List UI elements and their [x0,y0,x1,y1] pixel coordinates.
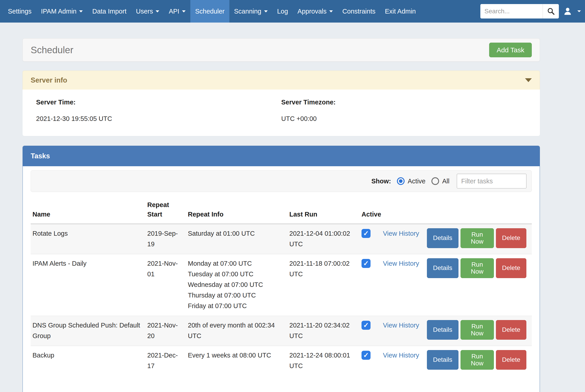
page-title: Scheduler [31,45,73,56]
delete-button[interactable]: Delete [496,350,526,370]
view-history-link[interactable]: View History [383,260,419,267]
chevron-down-icon [182,10,186,12]
filter-tasks-input[interactable] [457,174,527,188]
active-checkbox[interactable]: ✓ [362,259,371,268]
column-header-name: Name [31,198,147,224]
delete-button[interactable]: Delete [496,258,526,278]
nav-item-label: Scanning [234,8,261,15]
run-now-button[interactable]: Run Now [461,350,494,370]
delete-button[interactable]: Delete [496,228,526,248]
task-active-cell: ✓ [362,224,383,254]
repeat-info-line: Tuesday at 07:00 UTC [188,269,284,280]
task-actions-cell: DetailsRun NowDelete [427,254,532,316]
check-icon: ✓ [363,230,369,237]
column-header-actions [427,198,532,224]
table-row: IPAM Alerts - Daily2021-Nov-01Monday at … [31,254,532,316]
task-active-cell: ✓ [362,316,383,346]
chevron-down-icon[interactable] [525,78,532,82]
tasks-table: NameRepeat StartRepeat InfoLast RunActiv… [31,198,532,376]
task-actions: DetailsRun NowDelete [427,228,526,248]
repeat-info-line: Every 1 weeks at 08:00 UTC [188,350,284,361]
nav-item-label: Users [136,8,153,15]
repeat-info-line: Monday at 07:00 UTC [188,258,284,269]
task-last-run: 2021-11-20 02:34:02 UTC [289,316,362,346]
add-task-button[interactable]: Add Task [489,43,532,57]
nav-item-scanning[interactable]: Scanning [229,0,272,22]
search-button[interactable] [543,4,559,18]
nav-item-label: API [169,8,179,15]
nav-item-users[interactable]: Users [131,0,164,22]
nav-item-label: Data Import [92,8,126,15]
details-button[interactable]: Details [427,228,459,248]
server-timezone-label: Server Timezone: [281,98,526,106]
repeat-info-line: Friday at 07:00 UTC [188,301,284,311]
view-history-link[interactable]: View History [383,322,419,329]
nav-item-label: Settings [8,8,31,15]
active-checkbox[interactable]: ✓ [362,351,371,360]
nav-item-approvals[interactable]: Approvals [293,0,338,22]
tasks-panel-title: Tasks [31,152,50,160]
nav-item-label: Exit Admin [385,8,416,15]
column-header-last-run: Last Run [289,198,362,224]
active-checkbox[interactable]: ✓ [362,229,371,238]
chevron-down-icon [156,10,159,12]
radio-unselected-icon [431,177,439,185]
task-repeat-start: 2021-Nov-20 [147,316,188,346]
server-info-header[interactable]: Server info [22,70,540,90]
column-header-history [383,198,427,224]
search-input[interactable] [480,4,543,18]
task-name: IPAM Alerts - Daily [31,254,147,316]
task-actions-cell: DetailsRun NowDelete [427,224,532,254]
task-history-cell: View History [383,316,427,346]
nav-item-log[interactable]: Log [272,0,293,22]
task-actions: DetailsRun NowDelete [427,258,526,278]
chevron-down-icon [577,10,581,12]
search [480,4,559,18]
user-menu[interactable] [563,6,581,16]
chevron-down-icon [329,10,333,12]
run-now-button[interactable]: Run Now [461,320,494,340]
task-last-run: 2021-11-18 07:00:02 UTC [289,254,362,316]
table-header-row: NameRepeat StartRepeat InfoLast RunActiv… [31,198,532,224]
task-repeat-info: Every 1 weeks at 08:00 UTC [188,346,289,376]
task-actions: DetailsRun NowDelete [427,350,526,370]
radio-all[interactable]: All [431,177,450,185]
nav-item-exit-admin[interactable]: Exit Admin [380,0,421,22]
search-icon [547,7,555,15]
check-icon: ✓ [363,352,369,358]
main-content: Scheduler Add Task Server info Server Ti… [22,38,540,392]
user-icon [563,6,572,16]
task-name: Backup [31,346,147,376]
view-history-link[interactable]: View History [383,230,419,237]
task-actions: DetailsRun NowDelete [427,320,526,340]
task-name: Rotate Logs [31,224,147,254]
chevron-down-icon [264,10,268,12]
nav-right [480,0,581,22]
radio-active[interactable]: Active [397,177,426,185]
task-name: DNS Group Scheduled Push: Default Group [31,316,147,346]
nav-item-label: Scheduler [195,8,225,15]
delete-button[interactable]: Delete [496,320,526,340]
repeat-info-line: Saturday at 01:00 UTC [188,228,284,239]
scheduler-title-panel: Scheduler Add Task [22,38,540,62]
nav-item-data-import[interactable]: Data Import [87,0,131,22]
details-button[interactable]: Details [427,258,459,278]
task-repeat-start: 2021-Dec-17 [147,346,188,376]
nav-item-scheduler[interactable]: Scheduler [190,0,229,22]
active-checkbox[interactable]: ✓ [362,321,371,330]
filter-bar: Show: Active All [31,170,532,192]
details-button[interactable]: Details [427,350,459,370]
server-time-block: Server Time: 2021-12-30 19:55:05 UTC [36,98,281,122]
nav-item-api[interactable]: API [164,0,190,22]
server-time-value: 2021-12-30 19:55:05 UTC [36,115,281,122]
run-now-button[interactable]: Run Now [461,258,494,278]
nav-item-constraints[interactable]: Constraints [338,0,380,22]
nav-item-ipam-admin[interactable]: IPAM Admin [36,0,87,22]
view-history-link[interactable]: View History [383,352,419,359]
details-button[interactable]: Details [427,320,459,340]
run-now-button[interactable]: Run Now [461,228,494,248]
nav-item-settings[interactable]: Settings [3,0,36,22]
task-repeat-info: 20th of every month at 002:34 UTC [188,316,289,346]
task-history-cell: View History [383,346,427,376]
repeat-info-line: 20th of every month at 002:34 UTC [188,320,284,341]
